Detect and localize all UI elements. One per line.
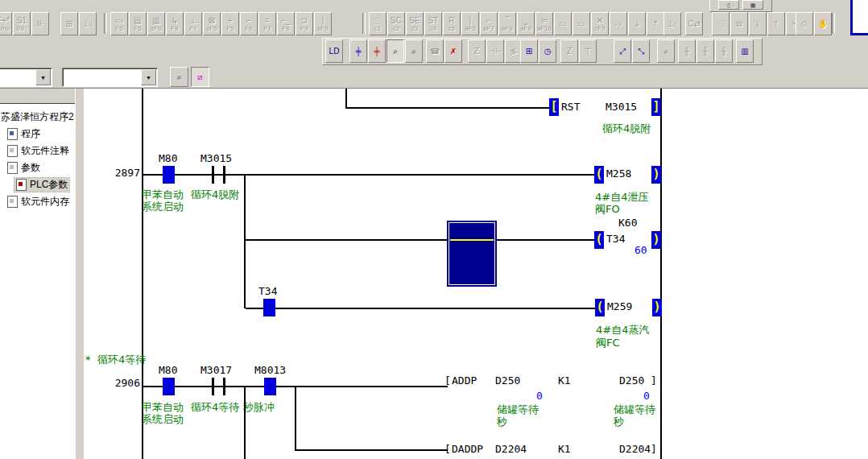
tree-item-device-memory-label: 软元件内存 [21, 195, 69, 209]
contact-m8013-energized[interactable] [264, 378, 276, 395]
coil-t34-close-paren[interactable]: ) [651, 231, 661, 249]
box-c1-icon: ⬚ [374, 16, 381, 25]
window-zoom-in-icon: ⤢ [619, 47, 626, 56]
tree-item-device-memory[interactable]: 软元件内存 [0, 193, 75, 210]
project-data-list-icon: ⧄ [197, 72, 202, 81]
contact-m80-energized[interactable] [163, 378, 175, 395]
device-comment: 4#自4泄压 [595, 192, 648, 203]
telephone-line-icon: ☎ [430, 47, 440, 56]
window-zoom-out-button[interactable]: ⤡ [632, 39, 650, 63]
device-comment: 系统启动 [142, 414, 184, 425]
addp-open-bracket[interactable]: [ [444, 375, 451, 387]
daddp-operand-3[interactable]: D2204 [619, 444, 651, 455]
statement-edit-button[interactable]: ╪ [368, 39, 386, 63]
contact-m3015-open[interactable] [223, 166, 225, 184]
contact-m3017-open[interactable] [212, 378, 214, 395]
window-zoom-in-button[interactable]: ⤢ [614, 39, 631, 63]
corner-af10-icon: ⊫ [541, 16, 548, 25]
tree-root[interactable]: 苏盛泽恒方程序2 [0, 109, 75, 126]
network-parameter-button[interactable]: ⊞ [520, 39, 538, 63]
addp-operand-3[interactable]: D250 [619, 375, 644, 387]
monitor-value: 0 [536, 391, 543, 402]
coil-label[interactable]: M258 [606, 168, 631, 180]
comment-tree-icon: ╪ [355, 47, 361, 56]
line-jump-icon: ⊥↑ [667, 19, 678, 28]
device-comment: 储罐等待 [614, 404, 655, 416]
contact-t34-energized[interactable] [263, 299, 275, 316]
device-comment: 储罐等待 [497, 404, 539, 416]
corner-line-button-key-label: F6 [245, 25, 252, 32]
cross-line-button-key-label: F5 [226, 25, 234, 32]
device-test-z-icon: Z [474, 47, 479, 56]
daddp-open-bracket[interactable]: [ [444, 444, 451, 455]
coil-t34-open-paren[interactable]: ( [594, 231, 604, 249]
contact-m3015-open[interactable] [212, 166, 214, 184]
corner-af9-button-key-label: aF9 [520, 25, 531, 32]
ladder-extra-1-button: ▭ [554, 12, 572, 35]
addp-operand-1[interactable]: D250 [495, 375, 520, 387]
project-data-list-button[interactable]: ⧄ [191, 67, 209, 87]
daddp-mnemonic[interactable]: DADDP [452, 444, 483, 455]
vertical-line-icon: ⊥ [190, 16, 197, 25]
rst-open-bracket[interactable]: [ [549, 98, 559, 116]
ladder-extra-2-button: ▭ [572, 12, 590, 35]
tree-item-parameter[interactable]: 参数 [0, 159, 75, 176]
coil-m259-close-paren[interactable]: ) [652, 299, 662, 316]
device-combo-box[interactable]: ▼ [0, 68, 52, 87]
cross-line-icon: + [228, 16, 233, 25]
coil-m259-open-paren[interactable]: ( [595, 299, 605, 316]
find-previous-button: ⇡ [647, 12, 664, 35]
delete-line-button-key-label: cF9 [594, 25, 605, 32]
daddp-operand-2[interactable]: K1 [558, 444, 571, 455]
double-line-icon: ⊐ [301, 16, 308, 25]
box-c1-button-key-label: c1 [374, 25, 381, 32]
rising-edge-button: |aF5 [461, 12, 479, 35]
chevron-down-icon[interactable]: ▼ [141, 69, 156, 85]
mini-page-button[interactable]: ▯ [718, 0, 739, 10]
clock-setting-button[interactable]: ◷ [539, 39, 556, 63]
chevron-down-icon[interactable]: ▼ [35, 69, 51, 85]
wire [244, 174, 246, 308]
comment-tree-button[interactable]: ╪ [349, 39, 367, 63]
find-document-button[interactable]: ⌕ [170, 67, 188, 87]
zoom-edit-button[interactable]: ⌕ [405, 39, 423, 63]
pan-icon: ✋ [818, 19, 828, 28]
comment-zoom-button[interactable]: ⌕ [657, 39, 675, 63]
corner-af7-button-key-label: aF7 [483, 25, 494, 32]
daddp-operand-1[interactable]: D2204 [495, 444, 527, 455]
daddp-close-bracket[interactable]: ] [651, 444, 657, 455]
ladder-conversion-button[interactable]: LD [325, 39, 343, 63]
forced-io-button: ⊣⊢ [486, 39, 504, 63]
tree-item-plc-parameter[interactable]: PLC参数 [0, 176, 75, 193]
copy-button: ⧉ [730, 12, 748, 35]
addp-close-bracket[interactable]: ] [651, 375, 657, 387]
toolbar-row-1: F+*ErrorS1S9↓⊪⊞⊥↓▭F5▤F6▥sF6↳F8⊥F7⊠sF5+F5… [0, 12, 868, 36]
contact-m80-energized[interactable] [163, 166, 175, 184]
coil-m258-close-paren[interactable]: ) [651, 166, 661, 184]
tree-item-device-comment[interactable]: 软元件注释 [0, 143, 75, 159]
coil-label[interactable]: T34 [606, 234, 625, 245]
find-next-button: ⇣ [628, 12, 646, 35]
rst-instruction[interactable]: RST [561, 101, 580, 113]
open-contact-icon: ▭ [115, 16, 122, 25]
coil-label[interactable]: M259 [607, 301, 632, 312]
addp-mnemonic[interactable]: ADDP [452, 375, 477, 387]
tree-item-program[interactable]: 程序 [0, 126, 75, 143]
ladder-extra-1-icon: ▭ [559, 19, 566, 28]
editor-cursor-cell[interactable] [447, 221, 497, 287]
rst-operand[interactable]: M3015 [606, 101, 637, 113]
tree-down-icon: ⊥↓ [82, 19, 93, 28]
contact-m3017-open[interactable] [223, 378, 225, 395]
coil-m258-open-paren[interactable]: ( [594, 166, 604, 184]
select-range-icon: ⬚ [717, 19, 724, 28]
box-se-button-key-label: c3 [411, 25, 418, 32]
monitor-bar-button[interactable]: ▥ [736, 39, 754, 63]
addp-operand-2[interactable]: K1 [558, 375, 571, 387]
find-device-combo-box[interactable]: ▼ [62, 68, 158, 87]
vertical-rail-icon: | [322, 16, 324, 25]
device-comment: 4#自4蒸汽 [596, 325, 649, 336]
monitor-stop-button[interactable]: ✗ [444, 39, 462, 63]
zoom-monitor-button[interactable]: ⌕ [386, 39, 404, 63]
rst-close-bracket[interactable]: ] [651, 98, 661, 116]
mini-tools-button[interactable]: ▦ [742, 0, 763, 10]
